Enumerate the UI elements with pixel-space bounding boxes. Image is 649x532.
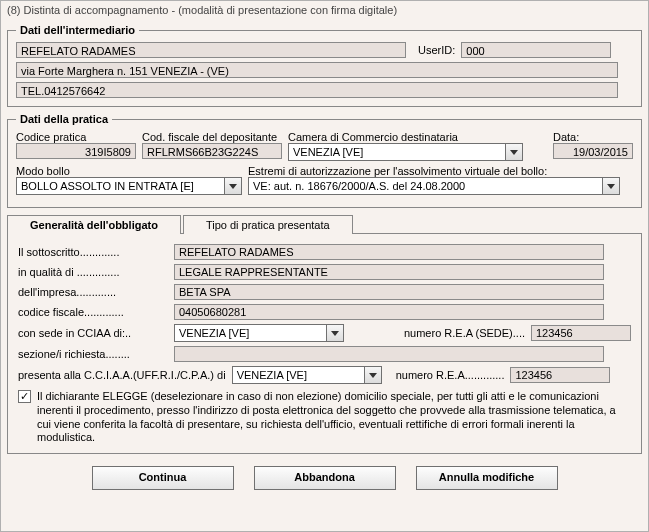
intermediary-name: REFELATO RADAMES — [16, 42, 406, 58]
chevron-down-icon[interactable] — [326, 325, 343, 341]
userid-value: 000 — [461, 42, 611, 58]
intermediary-phone: TEL.0412576642 — [16, 82, 618, 98]
sezione-label: sezione/i richiesta........ — [18, 348, 168, 360]
window-title: (8) Distinta di accompagnamento - (modal… — [1, 1, 648, 22]
elegge-declaration-text: Il dichiarante ELEGGE (deselezionare in … — [37, 390, 631, 445]
chevron-down-icon[interactable] — [224, 178, 241, 194]
impresa-input[interactable]: BETA SPA — [174, 284, 604, 300]
tab-tipo-pratica[interactable]: Tipo di pratica presentata — [183, 215, 353, 234]
codice-fiscale-input[interactable]: 04050680281 — [174, 304, 604, 320]
chevron-down-icon[interactable] — [602, 178, 619, 194]
qualita-input[interactable]: LEGALE RAPPRESENTANTE — [174, 264, 604, 280]
modo-bollo-value: BOLLO ASSOLTO IN ENTRATA [E] — [17, 178, 224, 194]
estremi-combo[interactable]: VE: aut. n. 18676/2000/A.S. del 24.08.20… — [248, 177, 620, 195]
sede-cciaa-combo[interactable]: VENEZIA [VE] — [174, 324, 344, 342]
camera-commercio-label: Camera di Commercio destinataria — [288, 131, 547, 143]
impresa-label: dell'impresa............. — [18, 286, 168, 298]
camera-commercio-combo[interactable]: VENEZIA [VE] — [288, 143, 523, 161]
camera-commercio-value: VENEZIA [VE] — [289, 144, 505, 160]
footer-buttons: Continua Abbandona Annulla modifiche — [1, 460, 648, 498]
group-intermediario: Dati dell'intermediario REFELATO RADAMES… — [7, 24, 642, 107]
main-window: (8) Distinta di accompagnamento - (modal… — [0, 0, 649, 532]
cod-fiscale-dep-value: RFLRMS66B23G224S — [142, 143, 282, 159]
data-value: 19/03/2015 — [553, 143, 633, 159]
presenta-value: VENEZIA [VE] — [233, 367, 364, 383]
rea-sede-label: numero R.E.A (SEDE).... — [404, 327, 525, 339]
intermediary-address: via Forte Marghera n. 151 VENEZIA - (VE) — [16, 62, 618, 78]
tabstrip: Generalità dell'obbligato Tipo di pratic… — [7, 214, 642, 233]
group-pratica: Dati della pratica Codice pratica 319I58… — [7, 113, 642, 208]
data-label: Data: — [553, 131, 633, 143]
presenta-label: presenta alla C.C.I.A.A.(UFF.R.I./C.P.A.… — [18, 369, 226, 381]
qualita-label: in qualità di .............. — [18, 266, 168, 278]
tab-body-generalita: Il sottoscritto............. REFELATO RA… — [7, 233, 642, 454]
cod-fiscale-dep-label: Cod. fiscale del depositante — [142, 131, 282, 143]
sezione-input[interactable] — [174, 346, 604, 362]
codice-pratica-value: 319I5809 — [16, 143, 136, 159]
modo-bollo-label: Modo bollo — [16, 165, 242, 177]
estremi-label: Estremi di autorizzazione per l'assolvim… — [248, 165, 633, 177]
elegge-checkbox[interactable] — [18, 390, 31, 403]
legend-pratica: Dati della pratica — [16, 113, 112, 125]
sottoscritto-label: Il sottoscritto............. — [18, 246, 168, 258]
userid-label: UserID: — [418, 44, 455, 56]
rea-sede-input[interactable]: 123456 — [531, 325, 631, 341]
chevron-down-icon[interactable] — [505, 144, 522, 160]
continua-button[interactable]: Continua — [92, 466, 234, 490]
chevron-down-icon[interactable] — [364, 367, 381, 383]
annulla-modifiche-button[interactable]: Annulla modifiche — [416, 466, 558, 490]
sede-cciaa-label: con sede in CCIAA di:.. — [18, 327, 168, 339]
presenta-combo[interactable]: VENEZIA [VE] — [232, 366, 382, 384]
codice-fiscale-label: codice fiscale............. — [18, 306, 168, 318]
rea-label: numero R.E.A............. — [396, 369, 505, 381]
modo-bollo-combo[interactable]: BOLLO ASSOLTO IN ENTRATA [E] — [16, 177, 242, 195]
sede-cciaa-value: VENEZIA [VE] — [175, 325, 326, 341]
abbandona-button[interactable]: Abbandona — [254, 466, 396, 490]
estremi-value: VE: aut. n. 18676/2000/A.S. del 24.08.20… — [249, 178, 602, 194]
sottoscritto-input[interactable]: REFELATO RADAMES — [174, 244, 604, 260]
tab-generalita[interactable]: Generalità dell'obbligato — [7, 215, 181, 234]
legend-intermediario: Dati dell'intermediario — [16, 24, 139, 36]
rea-input[interactable]: 123456 — [510, 367, 610, 383]
codice-pratica-label: Codice pratica — [16, 131, 136, 143]
